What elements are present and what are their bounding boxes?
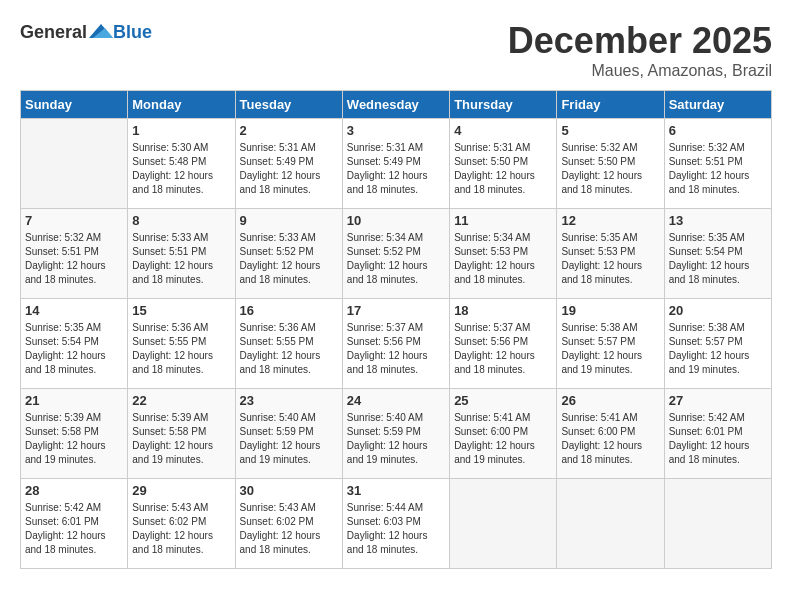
weekday-header-cell: Wednesday <box>342 91 449 119</box>
calendar-week-row: 14Sunrise: 5:35 AMSunset: 5:54 PMDayligh… <box>21 299 772 389</box>
day-info: Sunrise: 5:39 AMSunset: 5:58 PMDaylight:… <box>132 411 230 467</box>
day-number: 26 <box>561 393 659 408</box>
calendar-day-cell: 4Sunrise: 5:31 AMSunset: 5:50 PMDaylight… <box>450 119 557 209</box>
day-info: Sunrise: 5:42 AMSunset: 6:01 PMDaylight:… <box>669 411 767 467</box>
calendar-day-cell <box>557 479 664 569</box>
calendar-day-cell <box>450 479 557 569</box>
day-number: 7 <box>25 213 123 228</box>
logo-blue: Blue <box>113 22 152 43</box>
calendar-day-cell: 5Sunrise: 5:32 AMSunset: 5:50 PMDaylight… <box>557 119 664 209</box>
calendar-day-cell: 26Sunrise: 5:41 AMSunset: 6:00 PMDayligh… <box>557 389 664 479</box>
day-number: 19 <box>561 303 659 318</box>
calendar-day-cell: 7Sunrise: 5:32 AMSunset: 5:51 PMDaylight… <box>21 209 128 299</box>
logo-general: General <box>20 22 87 43</box>
day-number: 15 <box>132 303 230 318</box>
day-info: Sunrise: 5:39 AMSunset: 5:58 PMDaylight:… <box>25 411 123 467</box>
calendar-day-cell: 20Sunrise: 5:38 AMSunset: 5:57 PMDayligh… <box>664 299 771 389</box>
day-info: Sunrise: 5:44 AMSunset: 6:03 PMDaylight:… <box>347 501 445 557</box>
day-info: Sunrise: 5:43 AMSunset: 6:02 PMDaylight:… <box>240 501 338 557</box>
day-info: Sunrise: 5:37 AMSunset: 5:56 PMDaylight:… <box>454 321 552 377</box>
day-number: 17 <box>347 303 445 318</box>
logo-icon <box>89 20 113 44</box>
day-info: Sunrise: 5:35 AMSunset: 5:54 PMDaylight:… <box>25 321 123 377</box>
day-info: Sunrise: 5:38 AMSunset: 5:57 PMDaylight:… <box>669 321 767 377</box>
weekday-header-cell: Sunday <box>21 91 128 119</box>
day-number: 21 <box>25 393 123 408</box>
day-number: 11 <box>454 213 552 228</box>
day-info: Sunrise: 5:32 AMSunset: 5:51 PMDaylight:… <box>25 231 123 287</box>
day-info: Sunrise: 5:41 AMSunset: 6:00 PMDaylight:… <box>561 411 659 467</box>
day-info: Sunrise: 5:36 AMSunset: 5:55 PMDaylight:… <box>132 321 230 377</box>
calendar-day-cell: 18Sunrise: 5:37 AMSunset: 5:56 PMDayligh… <box>450 299 557 389</box>
day-info: Sunrise: 5:38 AMSunset: 5:57 PMDaylight:… <box>561 321 659 377</box>
day-number: 25 <box>454 393 552 408</box>
weekday-header-row: SundayMondayTuesdayWednesdayThursdayFrid… <box>21 91 772 119</box>
day-info: Sunrise: 5:40 AMSunset: 5:59 PMDaylight:… <box>240 411 338 467</box>
day-number: 1 <box>132 123 230 138</box>
day-number: 9 <box>240 213 338 228</box>
calendar-day-cell: 8Sunrise: 5:33 AMSunset: 5:51 PMDaylight… <box>128 209 235 299</box>
day-info: Sunrise: 5:31 AMSunset: 5:50 PMDaylight:… <box>454 141 552 197</box>
calendar-week-row: 1Sunrise: 5:30 AMSunset: 5:48 PMDaylight… <box>21 119 772 209</box>
day-info: Sunrise: 5:40 AMSunset: 5:59 PMDaylight:… <box>347 411 445 467</box>
day-number: 22 <box>132 393 230 408</box>
weekday-header-cell: Thursday <box>450 91 557 119</box>
weekday-header-cell: Monday <box>128 91 235 119</box>
calendar-day-cell: 27Sunrise: 5:42 AMSunset: 6:01 PMDayligh… <box>664 389 771 479</box>
calendar-day-cell: 24Sunrise: 5:40 AMSunset: 5:59 PMDayligh… <box>342 389 449 479</box>
weekday-header-cell: Saturday <box>664 91 771 119</box>
location-title: Maues, Amazonas, Brazil <box>508 62 772 80</box>
calendar-day-cell: 25Sunrise: 5:41 AMSunset: 6:00 PMDayligh… <box>450 389 557 479</box>
day-number: 8 <box>132 213 230 228</box>
day-number: 14 <box>25 303 123 318</box>
day-number: 5 <box>561 123 659 138</box>
day-number: 24 <box>347 393 445 408</box>
calendar-day-cell: 14Sunrise: 5:35 AMSunset: 5:54 PMDayligh… <box>21 299 128 389</box>
calendar-day-cell: 11Sunrise: 5:34 AMSunset: 5:53 PMDayligh… <box>450 209 557 299</box>
day-number: 12 <box>561 213 659 228</box>
calendar-week-row: 21Sunrise: 5:39 AMSunset: 5:58 PMDayligh… <box>21 389 772 479</box>
day-number: 31 <box>347 483 445 498</box>
title-section: December 2025 Maues, Amazonas, Brazil <box>508 20 772 80</box>
calendar-day-cell: 17Sunrise: 5:37 AMSunset: 5:56 PMDayligh… <box>342 299 449 389</box>
day-info: Sunrise: 5:36 AMSunset: 5:55 PMDaylight:… <box>240 321 338 377</box>
day-number: 6 <box>669 123 767 138</box>
day-info: Sunrise: 5:32 AMSunset: 5:50 PMDaylight:… <box>561 141 659 197</box>
calendar-day-cell: 19Sunrise: 5:38 AMSunset: 5:57 PMDayligh… <box>557 299 664 389</box>
day-number: 18 <box>454 303 552 318</box>
calendar-day-cell: 1Sunrise: 5:30 AMSunset: 5:48 PMDaylight… <box>128 119 235 209</box>
calendar-week-row: 7Sunrise: 5:32 AMSunset: 5:51 PMDaylight… <box>21 209 772 299</box>
calendar-day-cell: 3Sunrise: 5:31 AMSunset: 5:49 PMDaylight… <box>342 119 449 209</box>
day-number: 29 <box>132 483 230 498</box>
calendar-day-cell: 10Sunrise: 5:34 AMSunset: 5:52 PMDayligh… <box>342 209 449 299</box>
day-number: 2 <box>240 123 338 138</box>
calendar-day-cell: 6Sunrise: 5:32 AMSunset: 5:51 PMDaylight… <box>664 119 771 209</box>
weekday-header-cell: Friday <box>557 91 664 119</box>
day-info: Sunrise: 5:34 AMSunset: 5:53 PMDaylight:… <box>454 231 552 287</box>
calendar-day-cell: 28Sunrise: 5:42 AMSunset: 6:01 PMDayligh… <box>21 479 128 569</box>
day-number: 23 <box>240 393 338 408</box>
day-info: Sunrise: 5:32 AMSunset: 5:51 PMDaylight:… <box>669 141 767 197</box>
calendar-day-cell: 30Sunrise: 5:43 AMSunset: 6:02 PMDayligh… <box>235 479 342 569</box>
calendar-day-cell: 13Sunrise: 5:35 AMSunset: 5:54 PMDayligh… <box>664 209 771 299</box>
day-number: 13 <box>669 213 767 228</box>
day-info: Sunrise: 5:43 AMSunset: 6:02 PMDaylight:… <box>132 501 230 557</box>
calendar-day-cell: 16Sunrise: 5:36 AMSunset: 5:55 PMDayligh… <box>235 299 342 389</box>
day-info: Sunrise: 5:41 AMSunset: 6:00 PMDaylight:… <box>454 411 552 467</box>
calendar-day-cell: 21Sunrise: 5:39 AMSunset: 5:58 PMDayligh… <box>21 389 128 479</box>
calendar-day-cell: 12Sunrise: 5:35 AMSunset: 5:53 PMDayligh… <box>557 209 664 299</box>
day-number: 28 <box>25 483 123 498</box>
calendar-day-cell <box>664 479 771 569</box>
calendar-day-cell <box>21 119 128 209</box>
weekday-header-cell: Tuesday <box>235 91 342 119</box>
day-number: 3 <box>347 123 445 138</box>
day-info: Sunrise: 5:35 AMSunset: 5:54 PMDaylight:… <box>669 231 767 287</box>
calendar-day-cell: 2Sunrise: 5:31 AMSunset: 5:49 PMDaylight… <box>235 119 342 209</box>
day-number: 16 <box>240 303 338 318</box>
calendar-table: SundayMondayTuesdayWednesdayThursdayFrid… <box>20 90 772 569</box>
calendar-day-cell: 15Sunrise: 5:36 AMSunset: 5:55 PMDayligh… <box>128 299 235 389</box>
day-info: Sunrise: 5:37 AMSunset: 5:56 PMDaylight:… <box>347 321 445 377</box>
day-info: Sunrise: 5:34 AMSunset: 5:52 PMDaylight:… <box>347 231 445 287</box>
day-info: Sunrise: 5:33 AMSunset: 5:51 PMDaylight:… <box>132 231 230 287</box>
header: General Blue December 2025 Maues, Amazon… <box>20 20 772 80</box>
